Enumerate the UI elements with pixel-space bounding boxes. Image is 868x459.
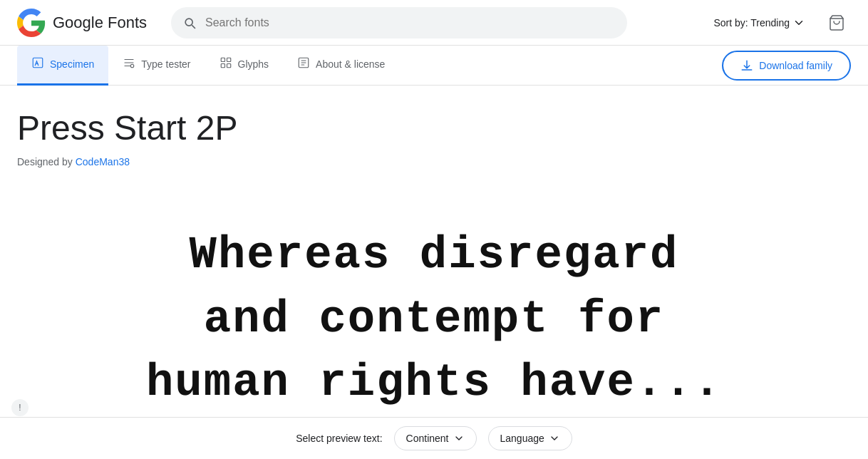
- tab-specimen[interactable]: Specimen: [17, 46, 108, 86]
- svg-point-2: [131, 64, 135, 68]
- tab-type-tester[interactable]: Type tester: [108, 46, 205, 86]
- svg-rect-6: [227, 64, 230, 68]
- preview-line-3: human rights have...: [146, 352, 722, 416]
- tabs-bar: Specimen Type tester Glyphs: [0, 46, 868, 86]
- preview-line-2: and contempt for: [146, 289, 722, 353]
- sort-button[interactable]: Sort by: Trending: [708, 11, 811, 35]
- main-content: Press Start 2P Designed by CodeMan38 Whe…: [0, 86, 868, 445]
- preview-text-block: Whereas disregard and contempt for human…: [146, 225, 722, 416]
- search-icon: [182, 16, 197, 30]
- type-tester-icon: [123, 56, 135, 72]
- font-preview-area: Whereas disregard and contempt for human…: [17, 196, 851, 445]
- alert-icon[interactable]: !: [11, 399, 29, 416]
- preview-line-1: Whereas disregard: [146, 225, 722, 289]
- svg-rect-5: [221, 64, 224, 68]
- tab-type-tester-label: Type tester: [141, 58, 190, 70]
- continent-label: Continent: [406, 433, 449, 444]
- chevron-down-icon: [792, 16, 805, 29]
- tab-specimen-label: Specimen: [50, 58, 94, 70]
- designed-by-label: Designed by: [17, 156, 73, 167]
- font-title: Press Start 2P: [17, 108, 851, 148]
- download-family-button[interactable]: Download family: [722, 51, 851, 81]
- svg-rect-1: [33, 58, 43, 68]
- tab-about[interactable]: About & license: [283, 46, 399, 86]
- about-svg-icon: [297, 56, 310, 69]
- google-logo-icon: [17, 9, 46, 37]
- header-right: Sort by: Trending: [708, 9, 851, 37]
- download-icon: [740, 59, 753, 72]
- specimen-svg-icon: [31, 56, 44, 69]
- specimen-icon: [31, 56, 44, 72]
- continent-dropdown[interactable]: Continent: [394, 426, 477, 445]
- search-bar: [171, 7, 627, 38]
- sort-label: Sort by: Trending: [713, 17, 790, 29]
- logo-text: Google Fonts: [53, 14, 147, 32]
- type-tester-svg-icon: [123, 56, 135, 69]
- download-family-label: Download family: [759, 60, 832, 71]
- search-input[interactable]: [205, 16, 616, 29]
- continent-chevron-icon: [453, 433, 465, 444]
- alert-symbol: !: [19, 403, 21, 413]
- tab-glyphs[interactable]: Glyphs: [205, 46, 284, 86]
- select-preview-text-label: Select preview text:: [296, 433, 382, 444]
- header: Google Fonts Sort by: Trending: [0, 0, 868, 46]
- glyphs-icon: [219, 56, 232, 72]
- about-icon: [297, 56, 310, 72]
- preview-text: Whereas disregard and contempt for human…: [146, 225, 722, 416]
- logo-link[interactable]: Google Fonts: [17, 9, 160, 37]
- language-label: Language: [500, 433, 544, 444]
- language-chevron-icon: [549, 433, 560, 444]
- bottom-bar: Select preview text: Continent Language: [0, 417, 868, 445]
- cart-button[interactable]: [822, 9, 851, 37]
- cart-icon: [828, 14, 845, 31]
- svg-rect-4: [227, 58, 230, 61]
- designer-link[interactable]: CodeMan38: [76, 156, 130, 167]
- language-dropdown[interactable]: Language: [488, 426, 572, 445]
- designed-by: Designed by CodeMan38: [17, 156, 851, 167]
- tab-about-label: About & license: [316, 58, 385, 70]
- glyphs-svg-icon: [219, 56, 232, 69]
- tab-glyphs-label: Glyphs: [238, 58, 269, 70]
- svg-rect-3: [221, 58, 224, 61]
